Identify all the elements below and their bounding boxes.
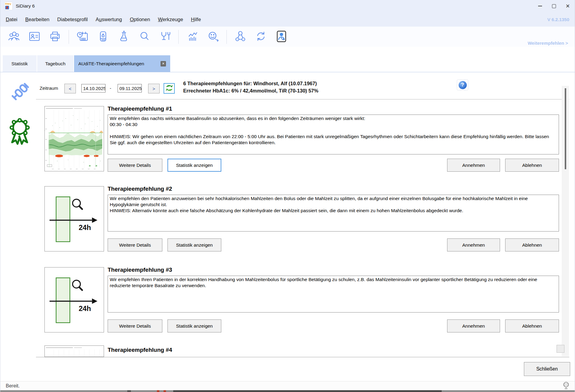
patients-icon (7, 30, 21, 44)
date-from-input[interactable] (81, 84, 106, 92)
toolbar-separator (226, 30, 227, 44)
recommendation-text: Wir empfehlen den Patienten anzuweisen b… (108, 195, 559, 232)
toolbar-button-lab[interactable] (117, 29, 131, 45)
details-button-3[interactable]: Weitere Details (108, 319, 162, 332)
accept-button-2[interactable]: Annehmen (447, 238, 500, 251)
reminder-icon (76, 30, 89, 44)
zeitraum-label: Zeitraum (40, 86, 58, 91)
toolbar-button-reminder[interactable] (76, 29, 89, 45)
recommendation-count-header: 6 Therapieempfehlungen für: Windhorst, A… (183, 81, 317, 86)
help-button[interactable]: ? (457, 79, 468, 90)
award-ribbon-icon[interactable] (9, 118, 31, 146)
tab-close-icon: ✕ (162, 62, 164, 66)
accept-button-3[interactable]: Annehmen (447, 319, 500, 332)
search-icon (138, 30, 151, 44)
scrollbar-corner-box (557, 345, 564, 353)
toolbar-button-print[interactable] (48, 29, 62, 45)
recommendation-title: Therapieempfehlung #4 (108, 347, 172, 353)
toolbar: Weiterempfehlen > (0, 27, 575, 47)
title-bar: Diary SiDiary 6 ✕ (0, 0, 575, 12)
globe-icon (562, 381, 570, 390)
vertical-scrollbar[interactable] (562, 86, 569, 356)
next-period-button[interactable]: > (148, 84, 160, 93)
toolbar-separator (69, 30, 69, 44)
refresh-button[interactable] (164, 83, 175, 94)
show-statistics-button-3[interactable]: Statistik anzeigen (167, 319, 221, 332)
maximize-button[interactable] (547, 0, 561, 12)
recommendation-text: Wir empfehlen das nachts wirksame Basali… (108, 115, 559, 154)
toolbar-button-sync[interactable] (254, 29, 268, 45)
menu-auswertung[interactable]: Auswertung (92, 17, 126, 22)
tab-bar: Statistik Tagebuch AUdiTE-Therapieempfeh… (0, 55, 575, 72)
recommendation-title: Therapieempfehlung #3 (108, 267, 172, 273)
connect-plug-icon[interactable] (10, 82, 30, 103)
show-statistics-button-2[interactable]: Statistik anzeigen (167, 238, 221, 251)
statistics-icon (186, 30, 199, 44)
maximize-icon (552, 4, 556, 8)
svg-text:24h: 24h (79, 223, 91, 232)
agp-chart-thumbnail[interactable] (44, 106, 104, 171)
decline-button-2[interactable]: Ablehnen (505, 238, 559, 251)
toolbar-button-share[interactable] (233, 29, 247, 45)
menu-bearbeiten[interactable]: Bearbeiten (21, 17, 54, 22)
header-divider (36, 99, 569, 99)
tab-tagebuch[interactable]: Tagebuch (37, 55, 73, 72)
recommend-link[interactable]: Weiterempfehlen > (528, 40, 568, 46)
menu-optionen[interactable]: Optionen (126, 17, 154, 22)
profile-card-icon (28, 30, 41, 44)
telemedicine-icon (275, 30, 288, 44)
decline-button-1[interactable]: Ablehnen (505, 159, 559, 172)
menu-datei[interactable]: Datei (0, 17, 21, 22)
recommendation-text: Wir empfehlen Ihren Patienten in der kor… (108, 276, 559, 313)
tab-close-button[interactable]: ✕ (161, 61, 166, 66)
refresh-icon (165, 84, 174, 93)
tab-statistik[interactable]: Statistik (3, 55, 37, 72)
daytime-range-thumbnail[interactable]: 24h (44, 186, 104, 251)
lab-icon (117, 30, 130, 44)
share-icon (234, 30, 247, 44)
device-icon (96, 30, 110, 44)
toolbar-button-patients[interactable] (7, 29, 21, 45)
menu-werkzeuge[interactable]: Werkzeuge (154, 17, 187, 22)
wellness-icon (206, 30, 219, 44)
accept-button-1[interactable]: Annehmen (447, 159, 500, 172)
main-content: Zeitraum < - > 6 Therapieempfehlungen fü… (0, 72, 575, 381)
agp-chart-thumbnail[interactable] (44, 345, 104, 357)
daytime-range-thumbnail[interactable]: 24h (44, 267, 104, 332)
toolbar-button-telemedicine[interactable] (275, 29, 288, 45)
close-window-button[interactable]: ✕ (561, 0, 575, 12)
toolbar-button-statistics[interactable] (185, 29, 199, 45)
previous-period-button[interactable]: < (64, 84, 76, 93)
toolbar-button-meal[interactable] (158, 29, 172, 45)
close-icon: ✕ (566, 3, 570, 9)
toolbar-button-device[interactable] (96, 29, 110, 45)
menu-bar: Datei Bearbeiten Diabetesprofil Auswertu… (0, 12, 575, 27)
toolbar-button-search[interactable] (137, 29, 151, 45)
meal-icon (158, 30, 171, 44)
tab-audite-therapieempfehlungen[interactable]: AUdiTE-Therapieempfehlungen ✕ (74, 55, 170, 72)
recommendation-title: Therapieempfehlung #2 (108, 186, 172, 192)
window-title: SiDiary 6 (16, 3, 35, 9)
date-to-input[interactable] (118, 84, 142, 92)
hba1c-header: Errechneter HbA1c: 6% / 42,4mmol/mol, Ti… (183, 88, 318, 94)
app-icon: Diary (4, 2, 13, 10)
status-text: Bereit. (6, 383, 20, 389)
minimize-icon (538, 6, 542, 6)
scroll-area-bottom-divider (36, 357, 569, 357)
details-button-2[interactable]: Weitere Details (108, 238, 162, 251)
close-tab-button[interactable]: Schließen (524, 362, 570, 376)
menu-diabetesprofil[interactable]: Diabetesprofil (53, 17, 92, 22)
minimize-button[interactable] (533, 0, 547, 12)
sidiary-window: { "window": { "title": "SiDiary 6", "clo… (0, 0, 575, 392)
menu-hilfe[interactable]: Hilfe (187, 17, 205, 22)
sync-icon (254, 30, 268, 44)
help-icon: ? (459, 81, 467, 89)
show-statistics-button-1[interactable]: Statistik anzeigen (167, 159, 221, 172)
toolbar-button-wellness[interactable] (206, 29, 220, 45)
scrollbar-thumb[interactable] (565, 88, 566, 169)
decline-button-3[interactable]: Ablehnen (505, 319, 559, 332)
details-button-1[interactable]: Weitere Details (108, 159, 162, 172)
toolbar-button-profile[interactable] (28, 29, 41, 45)
background-window-edge (0, 390, 575, 392)
recommendation-title: Therapieempfehlung #1 (108, 105, 172, 112)
